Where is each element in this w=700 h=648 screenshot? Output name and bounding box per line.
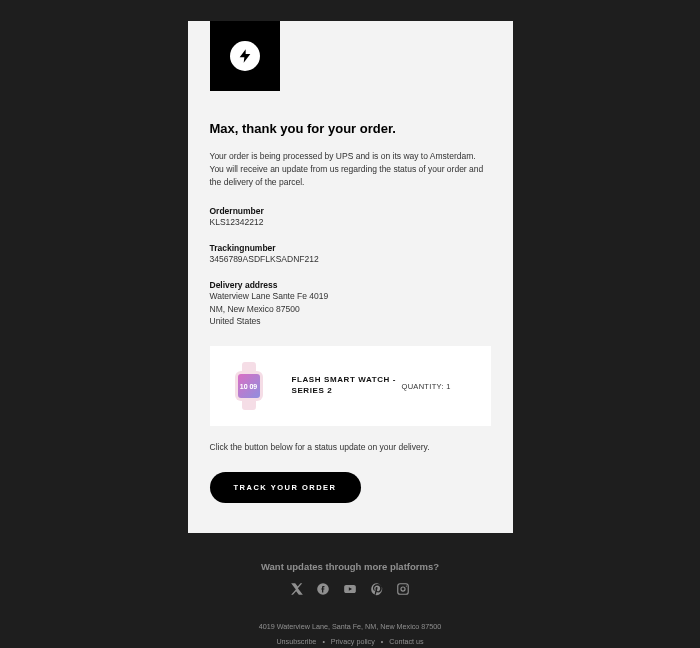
separator-dot: • bbox=[381, 638, 383, 645]
address-line-3: United States bbox=[210, 315, 491, 328]
ordernumber-block: Ordernumber KLS12342212 bbox=[210, 206, 491, 229]
privacy-link[interactable]: Privacy policy bbox=[331, 637, 375, 646]
footer-address: 4019 Waterview Lane, Santa Fe, NM, New M… bbox=[0, 622, 700, 631]
unsubscribe-link[interactable]: Unsubscribe bbox=[276, 637, 316, 646]
trackingnumber-block: Trackingnumber 3456789ASDFLKSADNF212 bbox=[210, 243, 491, 266]
separator-dot: • bbox=[322, 638, 324, 645]
delivery-label: Delivery address bbox=[210, 280, 491, 290]
trackingnumber-label: Trackingnumber bbox=[210, 243, 491, 253]
thank-you-headline: Max, thank you for your order. bbox=[210, 121, 491, 136]
email-content: Max, thank you for your order. Your orde… bbox=[188, 91, 513, 533]
brand-logo bbox=[210, 21, 280, 91]
cta-note: Click the button below for a status upda… bbox=[210, 442, 491, 452]
social-pinterest-link[interactable] bbox=[370, 582, 384, 600]
contact-link[interactable]: Contact us bbox=[389, 637, 423, 646]
address-line-2: NM, New Mexico 87500 bbox=[210, 303, 491, 316]
email-card: Max, thank you for your order. Your orde… bbox=[188, 21, 513, 533]
product-image: 10 09 bbox=[224, 358, 274, 414]
intro-text: Your order is being processed by UPS and… bbox=[210, 150, 490, 188]
footer-headline: Want updates through more platforms? bbox=[0, 561, 700, 572]
social-row bbox=[0, 582, 700, 600]
facebook-icon bbox=[316, 582, 330, 596]
social-instagram-link[interactable] bbox=[396, 582, 410, 600]
product-name: FLASH SMART WATCH - SERIES 2 bbox=[292, 375, 402, 397]
social-x-link[interactable] bbox=[290, 582, 304, 600]
pinterest-icon bbox=[370, 582, 384, 596]
instagram-icon bbox=[396, 582, 410, 596]
trackingnumber-value: 3456789ASDFLKSADNF212 bbox=[210, 253, 491, 266]
email-footer: Want updates through more platforms? 401… bbox=[0, 561, 700, 646]
x-icon bbox=[290, 582, 304, 596]
footer-links: Unsubscribe • Privacy policy • Contact u… bbox=[0, 637, 700, 646]
watch-screen-time: 10 09 bbox=[238, 374, 260, 398]
logo-circle bbox=[230, 41, 260, 71]
bolt-icon bbox=[237, 48, 253, 64]
social-youtube-link[interactable] bbox=[342, 582, 358, 600]
ordernumber-value: KLS12342212 bbox=[210, 216, 491, 229]
watch-illustration: 10 09 bbox=[234, 362, 264, 410]
delivery-block: Delivery address Waterview Lane Sante Fe… bbox=[210, 280, 491, 328]
social-facebook-link[interactable] bbox=[316, 582, 330, 600]
track-order-button[interactable]: TRACK YOUR ORDER bbox=[210, 472, 361, 503]
ordernumber-label: Ordernumber bbox=[210, 206, 491, 216]
product-row: 10 09 FLASH SMART WATCH - SERIES 2 QUANT… bbox=[210, 346, 491, 426]
address-line-1: Waterview Lane Sante Fe 4019 bbox=[210, 290, 491, 303]
youtube-icon bbox=[342, 582, 358, 596]
product-quantity: QUANTITY: 1 bbox=[402, 382, 451, 391]
